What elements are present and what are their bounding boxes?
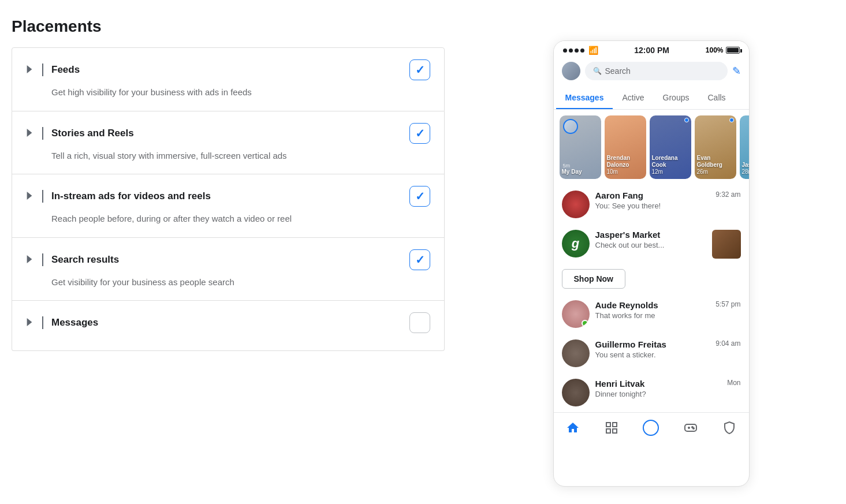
placements-list: Feeds Get high visibility for your busin…: [12, 47, 445, 351]
placement-checkbox-messages[interactable]: [409, 312, 430, 333]
story-item-brendan[interactable]: Brendan Dalonzo10m: [605, 115, 646, 179]
msg-time-aude: 5:57 pm: [715, 300, 740, 308]
msg-name-aaron: Aaron Fang: [595, 191, 710, 200]
search-bar[interactable]: 🔍 Search: [585, 62, 728, 80]
story-avatar-ring: [563, 119, 578, 134]
story-item-jasper[interactable]: Jasper Song28m: [740, 115, 749, 179]
placement-header-messages: Messages: [26, 312, 430, 333]
story-time: 5m: [563, 163, 571, 169]
edit-icon[interactable]: ✎: [732, 65, 741, 77]
placement-header-instream: In-stream ads for videos and reels: [26, 186, 430, 207]
placement-title-feeds: Feeds: [51, 64, 409, 76]
msg-avatar-aude: [562, 300, 590, 328]
search-icon: 🔍: [593, 67, 602, 75]
placement-header-search: Search results: [26, 249, 430, 270]
message-item-jasper[interactable]: g Jasper's Market Check out our best... …: [554, 224, 749, 294]
msg-preview-jasper: Check out our best...: [595, 241, 706, 249]
placement-title-stories: Stories and Reels: [51, 128, 409, 139]
story-item-myday[interactable]: My Day 5m: [560, 115, 601, 179]
message-item-guillermo[interactable]: Guillermo Freitas You sent a sticker. 9:…: [554, 334, 749, 373]
svg-marker-0: [27, 65, 32, 73]
placement-item-feeds: Feeds Get high visibility for your busin…: [12, 47, 445, 111]
messenger-header: 🔍 Search ✎: [554, 57, 749, 80]
svg-rect-8: [613, 429, 617, 433]
placement-desc-search: Get visibility for your business as peop…: [51, 276, 430, 289]
story-item-loredana[interactable]: Loredana Cook12m: [650, 115, 691, 179]
story-label: Evan Goldberg26m: [697, 155, 734, 176]
wifi-icon: 📶: [588, 46, 598, 55]
msg-preview-henri: Dinner tonight?: [595, 390, 722, 398]
placement-divider: [42, 127, 43, 140]
story-label: Jasper Song28m: [742, 162, 749, 176]
status-bar: 📶 12:00 PM 100%: [554, 41, 749, 57]
placement-desc-feeds: Get high visibility for your business wi…: [51, 86, 430, 99]
placement-checkbox-search[interactable]: [409, 249, 430, 270]
placement-divider: [42, 64, 43, 76]
avatar[interactable]: [562, 62, 580, 80]
msg-avatar-guillermo: [562, 339, 590, 367]
story-dot-icon: [729, 118, 734, 122]
placements-panel: Placements Feeds Get high visibility for…: [12, 17, 445, 487]
story-label: Loredana Cook12m: [652, 155, 689, 176]
svg-marker-3: [27, 255, 32, 263]
tab-calls[interactable]: Calls: [698, 87, 735, 109]
placement-checkbox-stories[interactable]: [409, 123, 430, 144]
msg-time-guillermo: 9:04 am: [715, 339, 740, 348]
placement-title-instream: In-stream ads for videos and reels: [51, 191, 409, 202]
phone-preview-panel: 📶 12:00 PM 100% 🔍 Search ✎ Message: [468, 17, 834, 487]
placement-desc-instream: Reach people before, during or after the…: [51, 212, 430, 226]
placement-item-instream: In-stream ads for videos and reels Reach…: [12, 174, 445, 238]
search-row: 🔍 Search ✎: [562, 62, 741, 80]
nav-list[interactable]: [599, 419, 624, 437]
expand-arrow-icon[interactable]: [26, 318, 35, 327]
messages-list: Aaron Fang You: See you there! 9:32 am g…: [554, 185, 749, 412]
msg-avatar-aaron: [562, 191, 590, 218]
msg-time-aaron: 9:32 am: [715, 191, 740, 199]
svg-rect-5: [606, 423, 610, 427]
placement-title-messages: Messages: [51, 317, 409, 328]
nav-compose[interactable]: [637, 417, 665, 438]
placement-checkbox-instream[interactable]: [409, 186, 430, 207]
msg-ad-row: g Jasper's Market Check out our best...: [562, 230, 741, 259]
msg-content-aaron: Aaron Fang You: See you there!: [595, 191, 710, 210]
bottom-nav: [554, 412, 749, 443]
expand-arrow-icon[interactable]: [26, 192, 35, 201]
msg-content-aude: Aude Reynolds That works for me: [595, 300, 710, 320]
placement-desc-stories: Tell a rich, visual story with immersive…: [51, 150, 430, 163]
placement-item-messages: Messages: [12, 301, 445, 351]
shop-now-button[interactable]: Shop Now: [562, 269, 625, 289]
msg-avatar-jasper: g: [562, 230, 590, 257]
battery-icon: [726, 47, 740, 54]
msg-content-guillermo: Guillermo Freitas You sent a sticker.: [595, 339, 710, 359]
message-item-henri[interactable]: Henri Litvak Dinner tonight? Mon: [554, 373, 749, 412]
expand-arrow-icon[interactable]: [26, 129, 35, 138]
compose-circle-icon: [643, 420, 659, 436]
battery-pct: 100%: [706, 46, 724, 54]
msg-avatar-henri: [562, 379, 590, 406]
msg-ad-content: Jasper's Market Check out our best...: [595, 230, 706, 249]
battery-fill: [727, 48, 739, 53]
msg-name-guillermo: Guillermo Freitas: [595, 339, 710, 349]
placement-header-stories: Stories and Reels: [26, 123, 430, 144]
nav-games[interactable]: [678, 419, 703, 437]
svg-marker-1: [27, 129, 32, 137]
nav-shield[interactable]: [717, 419, 742, 437]
tab-active[interactable]: Active: [613, 87, 653, 109]
signal-dot-1: [563, 48, 567, 53]
message-item-aaron[interactable]: Aaron Fang You: See you there! 9:32 am: [554, 185, 749, 224]
story-item-evan[interactable]: Evan Goldberg26m: [695, 115, 736, 179]
placement-checkbox-feeds[interactable]: [409, 59, 430, 80]
expand-arrow-icon[interactable]: [26, 65, 35, 74]
tab-messages[interactable]: Messages: [556, 87, 613, 109]
msg-preview-aude: That works for me: [595, 311, 710, 320]
svg-marker-2: [27, 192, 32, 200]
tab-groups[interactable]: Groups: [654, 87, 699, 109]
placement-divider: [42, 316, 43, 329]
placement-title-search: Search results: [51, 254, 409, 266]
svg-point-11: [693, 428, 694, 429]
message-item-aude[interactable]: Aude Reynolds That works for me 5:57 pm: [554, 294, 749, 334]
nav-home[interactable]: [560, 419, 586, 437]
signal-dot-3: [575, 48, 579, 53]
msg-content-henri: Henri Litvak Dinner tonight?: [595, 379, 722, 398]
expand-arrow-icon[interactable]: [26, 255, 35, 264]
